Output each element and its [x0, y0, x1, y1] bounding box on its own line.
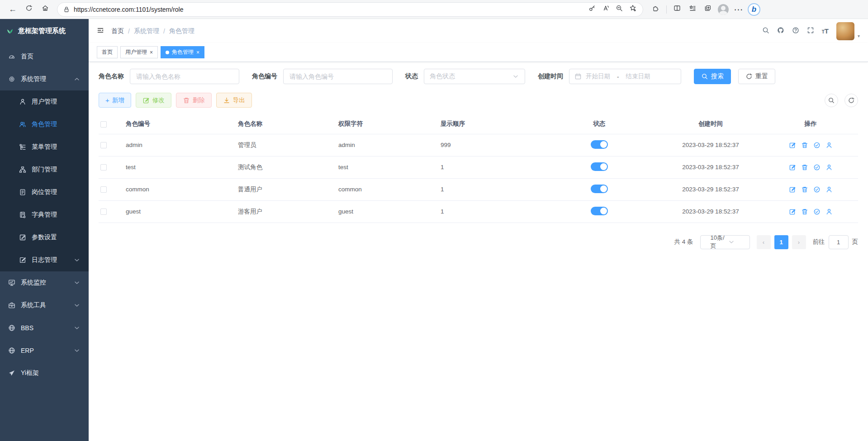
row-delete-icon[interactable]: [801, 186, 808, 193]
prev-page-button[interactable]: ‹: [757, 235, 771, 249]
sidebar-item-系统工具[interactable]: 系统工具: [0, 294, 89, 317]
tags-view-bar: 首页用户管理×角色管理×: [89, 43, 868, 62]
tab-groups-icon[interactable]: [701, 2, 715, 17]
zoomout-icon: [616, 5, 623, 14]
row-checkbox[interactable]: [100, 164, 107, 171]
extensions-icon[interactable]: [649, 2, 663, 17]
status-toggle[interactable]: [591, 207, 608, 215]
column-header-显示顺序: 显示顺序: [439, 114, 541, 134]
fullscreen-icon[interactable]: [807, 27, 814, 36]
browser-profile-avatar[interactable]: [716, 2, 730, 17]
sidebar-item-角色管理[interactable]: 角色管理: [0, 113, 89, 136]
browser-home-icon[interactable]: [38, 2, 52, 17]
row-datascope-icon[interactable]: [813, 142, 821, 149]
cell-code: admin: [124, 134, 236, 156]
row-delete-icon[interactable]: [801, 208, 808, 215]
copilot-bing-icon[interactable]: b: [747, 2, 761, 17]
refresh-table-button[interactable]: [844, 94, 858, 107]
read-aloud-icon[interactable]: [599, 3, 612, 16]
breadcrumb-item[interactable]: 首页: [111, 27, 124, 35]
user-avatar[interactable]: [836, 22, 854, 40]
row-checkbox-cell: [99, 134, 124, 156]
status-toggle[interactable]: [591, 140, 608, 149]
sidebar-item-系统管理[interactable]: 系统管理: [0, 68, 89, 90]
browser-back-icon[interactable]: ←: [5, 2, 20, 17]
row-checkbox[interactable]: [100, 186, 107, 193]
avatar-caret-icon[interactable]: ▾: [858, 33, 860, 38]
sidebar-item-ERP[interactable]: ERP: [0, 339, 89, 362]
status-toggle[interactable]: [591, 162, 608, 171]
row-edit-icon[interactable]: [789, 186, 796, 193]
sidebar-item-用户管理[interactable]: 用户管理: [0, 90, 89, 113]
status-toggle[interactable]: [591, 185, 608, 193]
row-datascope-icon[interactable]: [813, 164, 821, 171]
github-icon[interactable]: [777, 27, 784, 36]
tab-close-icon[interactable]: ×: [150, 49, 153, 56]
browser-more-icon[interactable]: ⋯: [731, 2, 746, 17]
search-button[interactable]: 搜索: [694, 69, 731, 84]
key-icon: [588, 5, 596, 14]
row-checkbox[interactable]: [100, 209, 107, 215]
breadcrumb-item[interactable]: 角色管理: [169, 27, 194, 35]
row-edit-icon[interactable]: [789, 208, 796, 215]
sidebar-item-部门管理[interactable]: 部门管理: [0, 158, 89, 181]
next-page-button[interactable]: ›: [792, 235, 806, 249]
row-datascope-icon[interactable]: [813, 208, 821, 215]
font-size-icon[interactable]: TT: [822, 27, 829, 35]
delete-button[interactable]: 删除: [176, 93, 212, 108]
modify-button[interactable]: 修改: [136, 93, 171, 108]
show-search-toggle-button[interactable]: [825, 94, 838, 107]
collapse-menu-icon[interactable]: [97, 27, 104, 36]
sidebar-item-BBS[interactable]: BBS: [0, 317, 89, 339]
date-range-picker[interactable]: 开始日期 - 结束日期: [569, 69, 681, 84]
row-assign-user-icon[interactable]: [825, 186, 833, 193]
address-bar[interactable]: https://ccnetcore.com:1101/system/role: [57, 2, 643, 17]
role-name-input[interactable]: [130, 69, 239, 84]
app-logo[interactable]: 意框架管理系统: [0, 19, 89, 43]
split-screen-icon[interactable]: [670, 2, 684, 17]
collections-icon[interactable]: [685, 2, 700, 17]
sidebar-item-字典管理[interactable]: 字典管理: [0, 204, 89, 226]
help-icon[interactable]: [792, 27, 799, 36]
sidebar-item-菜单管理[interactable]: 菜单管理: [0, 136, 89, 158]
sidebar-item-岗位管理[interactable]: 岗位管理: [0, 181, 89, 204]
select-all-checkbox[interactable]: [100, 121, 107, 128]
role-code-input[interactable]: [283, 69, 393, 84]
tab-角色管理[interactable]: 角色管理×: [161, 46, 204, 58]
sidebar-item-Yi框架[interactable]: Yi框架: [0, 362, 89, 384]
favorite-star-icon[interactable]: [626, 3, 639, 16]
tab-用户管理[interactable]: 用户管理×: [120, 46, 158, 58]
export-button[interactable]: 导出: [216, 93, 252, 108]
sidebar-item-首页[interactable]: 首页: [0, 45, 89, 68]
row-assign-user-icon[interactable]: [825, 142, 833, 149]
back-arrow-glyph: ←: [9, 5, 17, 14]
row-edit-icon[interactable]: [789, 142, 796, 149]
row-assign-user-icon[interactable]: [825, 208, 833, 215]
tab-label: 角色管理: [172, 48, 194, 56]
password-key-icon[interactable]: [586, 3, 598, 16]
tab-close-icon[interactable]: ×: [196, 49, 199, 56]
status-select[interactable]: 角色状态: [424, 69, 525, 84]
add-button[interactable]: + 新增: [99, 93, 131, 108]
row-edit-icon[interactable]: [789, 164, 796, 171]
browser-refresh-icon[interactable]: [22, 2, 36, 17]
url-text[interactable]: https://ccnetcore.com:1101/system/role: [74, 6, 582, 13]
header-search-icon[interactable]: [762, 27, 769, 36]
row-checkbox[interactable]: [100, 142, 107, 148]
row-delete-icon[interactable]: [801, 164, 808, 171]
sidebar-item-系统监控[interactable]: 系统监控: [0, 271, 89, 294]
tab-首页[interactable]: 首页: [97, 46, 118, 58]
row-assign-user-icon[interactable]: [825, 164, 833, 171]
zoom-out-icon[interactable]: [613, 3, 626, 16]
sidebar-item-参数设置[interactable]: 参数设置: [0, 226, 89, 249]
row-datascope-icon[interactable]: [813, 186, 821, 193]
cell-name: 管理员: [236, 134, 337, 156]
goto-page-input[interactable]: [829, 235, 849, 249]
page-number-button[interactable]: 1: [774, 235, 788, 249]
row-delete-icon[interactable]: [801, 142, 808, 149]
cell-order: 999: [439, 134, 541, 156]
sidebar-item-日志管理[interactable]: 日志管理: [0, 249, 89, 271]
reset-button[interactable]: 重置: [738, 69, 775, 84]
page-size-select[interactable]: 10条/页: [700, 235, 750, 249]
breadcrumb-item[interactable]: 系统管理: [134, 27, 159, 35]
